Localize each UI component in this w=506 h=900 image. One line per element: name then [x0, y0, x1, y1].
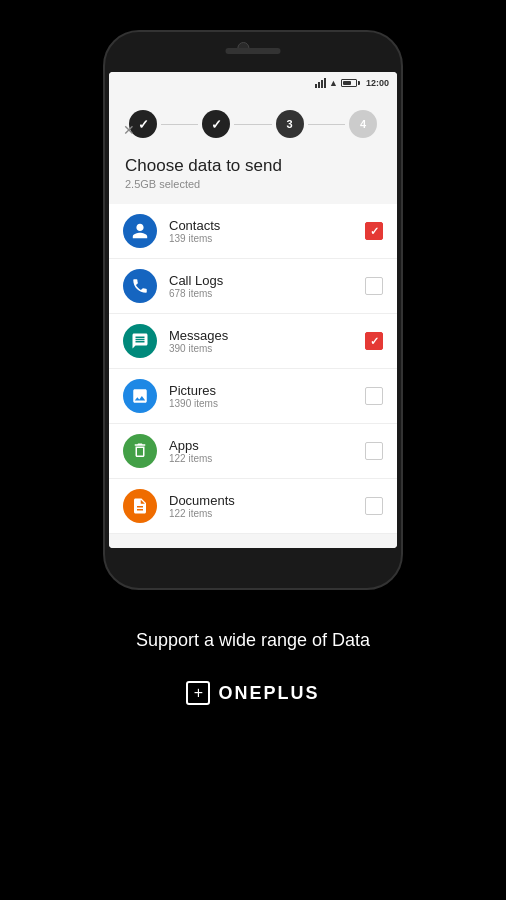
messages-count: 390 items: [169, 343, 365, 354]
list-item[interactable]: Contacts 139 items: [109, 204, 397, 259]
contacts-icon: [123, 214, 157, 248]
documents-count: 122 items: [169, 508, 365, 519]
phone-container: ▲ 12:00 ✕ ✓ ✓: [103, 30, 403, 590]
phone-speaker: [226, 48, 281, 54]
contacts-count: 139 items: [169, 233, 365, 244]
calllogs-count: 678 items: [169, 288, 365, 299]
data-list: Contacts 139 items Call Logs 678 items: [109, 204, 397, 534]
messages-info: Messages 390 items: [169, 328, 365, 354]
status-bar: ▲ 12:00: [109, 72, 397, 94]
step-1-label: ✓: [138, 117, 149, 132]
documents-checkbox[interactable]: [365, 497, 383, 515]
calllogs-info: Call Logs 678 items: [169, 273, 365, 299]
wifi-icon: ▲: [329, 78, 338, 88]
tagline: Support a wide range of Data: [136, 630, 370, 651]
step-4-label: 4: [360, 118, 366, 130]
calllogs-icon: [123, 269, 157, 303]
pictures-name: Pictures: [169, 383, 365, 398]
list-item[interactable]: Call Logs 678 items: [109, 259, 397, 314]
bottom-section: Support a wide range of Data + ONEPLUS: [116, 630, 390, 705]
selected-size: 2.5GB selected: [125, 178, 381, 190]
pictures-count: 1390 items: [169, 398, 365, 409]
close-button[interactable]: ✕: [119, 120, 139, 140]
oneplus-plus-icon: +: [186, 681, 210, 705]
time-display: 12:00: [366, 78, 389, 88]
step-2: ✓: [202, 110, 230, 138]
content-title-area: Choose data to send 2.5GB selected: [109, 148, 397, 194]
contacts-checkbox[interactable]: [365, 222, 383, 240]
documents-name: Documents: [169, 493, 365, 508]
pictures-checkbox[interactable]: [365, 387, 383, 405]
messages-name: Messages: [169, 328, 365, 343]
contacts-info: Contacts 139 items: [169, 218, 365, 244]
contacts-name: Contacts: [169, 218, 365, 233]
signal-icon: [315, 78, 326, 88]
step-2-label: ✓: [211, 117, 222, 132]
pictures-icon: [123, 379, 157, 413]
brand-logo: + ONEPLUS: [136, 681, 370, 705]
step-3: 3: [276, 110, 304, 138]
apps-count: 122 items: [169, 453, 365, 464]
apps-checkbox[interactable]: [365, 442, 383, 460]
calllogs-checkbox[interactable]: [365, 277, 383, 295]
apps-name: Apps: [169, 438, 365, 453]
brand-name: ONEPLUS: [218, 683, 319, 704]
list-item[interactable]: Apps 122 items: [109, 424, 397, 479]
documents-info: Documents 122 items: [169, 493, 365, 519]
calllogs-name: Call Logs: [169, 273, 365, 288]
messages-checkbox[interactable]: [365, 332, 383, 350]
step-3-label: 3: [287, 118, 293, 130]
pictures-info: Pictures 1390 items: [169, 383, 365, 409]
page-title: Choose data to send: [125, 156, 381, 176]
list-item[interactable]: Pictures 1390 items: [109, 369, 397, 424]
list-item[interactable]: Documents 122 items: [109, 479, 397, 534]
battery-icon: [341, 79, 360, 87]
documents-icon: [123, 489, 157, 523]
phone-screen: ▲ 12:00 ✕ ✓ ✓: [109, 72, 397, 548]
step-4: 4: [349, 110, 377, 138]
list-item[interactable]: Messages 390 items: [109, 314, 397, 369]
apps-info: Apps 122 items: [169, 438, 365, 464]
messages-icon: [123, 324, 157, 358]
apps-icon: [123, 434, 157, 468]
app-content: ✕ ✓ ✓ 3 4 Choose: [109, 94, 397, 548]
step-indicators: ✓ ✓ 3 4: [109, 94, 397, 148]
